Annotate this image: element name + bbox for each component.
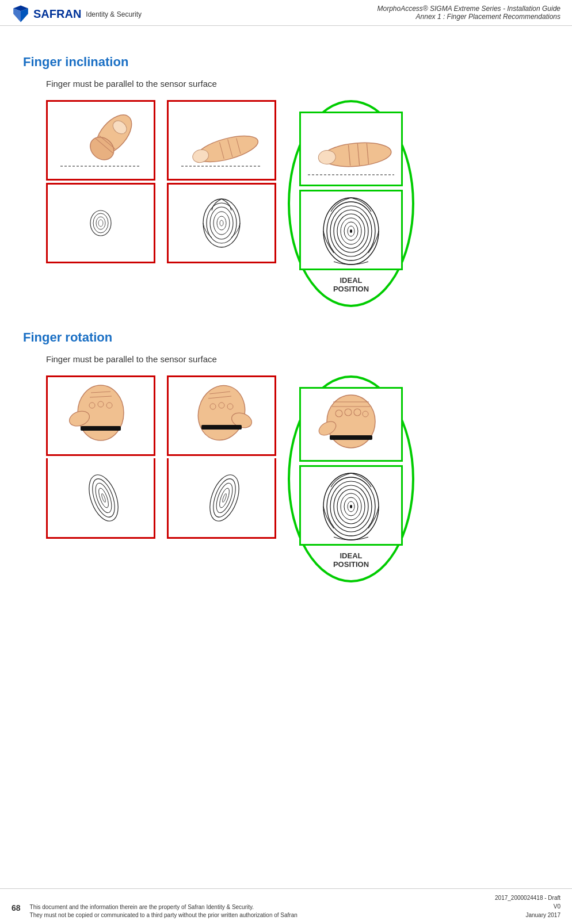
finger-inclination-subtitle: Finger must be parallel to the sensor su… (46, 79, 549, 89)
svg-point-20 (203, 199, 240, 247)
page-footer: 68 This document and the information the… (0, 888, 572, 924)
finger-ideal-svg (302, 117, 400, 181)
svg-point-62 (204, 471, 245, 525)
fist-ideal-svg (302, 390, 400, 459)
rotation-bad-1-bottom (46, 458, 155, 539)
rotation-ideal-bottom (299, 465, 403, 546)
footer-right: 2017_2000024418 - Draft V0 January 2017 (495, 894, 560, 919)
finger-rotation-title: Finger rotation (23, 330, 549, 345)
svg-point-53 (101, 493, 106, 502)
fist-rotated-left-svg (55, 378, 147, 453)
footer-left: 68 This document and the information the… (12, 903, 298, 919)
inclination-grid: IDEAL POSITION (46, 100, 549, 307)
finger-tilted-down-svg (55, 109, 147, 172)
header-subtitle: Identity & Security (86, 10, 142, 18)
svg-point-66 (222, 493, 227, 502)
svg-point-65 (218, 487, 231, 509)
svg-point-11 (93, 213, 108, 233)
fingerprint-rotated-left-svg (55, 461, 147, 535)
svg-point-84 (350, 505, 352, 508)
doc-title: MorphoAccess® SIGMA Extreme Series - Ins… (377, 5, 560, 13)
svg-point-54 (192, 380, 251, 445)
inclination-bad-2-top (167, 100, 276, 181)
finger-tilted-flat-svg (176, 109, 268, 172)
page-header: SAFRAN Identity & Security MorphoAccess®… (0, 0, 572, 26)
inclination-ideal-bottom (299, 190, 403, 270)
svg-rect-75 (330, 435, 372, 440)
fingerprint-rotated-right-svg (176, 461, 268, 535)
safran-logo: SAFRAN (12, 5, 81, 23)
finger-rotation-subtitle: Finger must be parallel to the sensor su… (46, 354, 549, 364)
fingerprint-small-svg (55, 186, 147, 260)
inclination-col-1 (46, 100, 155, 263)
svg-point-51 (92, 481, 115, 514)
svg-rect-61 (201, 425, 242, 430)
fist-rotated-right-svg (176, 378, 268, 453)
svg-point-52 (97, 487, 110, 509)
svg-point-25 (220, 220, 223, 226)
inclination-bad-2-bottom (167, 183, 276, 263)
header-left: SAFRAN Identity & Security (12, 5, 142, 23)
header-right: MorphoAccess® SIGMA Extreme Series - Ins… (377, 5, 560, 21)
svg-point-50 (88, 476, 119, 520)
rotation-bad-1-top (46, 375, 155, 456)
inclination-ideal-oval: IDEAL POSITION (288, 100, 414, 307)
safran-logo-icon (12, 5, 30, 23)
inclination-bad-1-top (46, 100, 155, 181)
main-content: Finger inclination Finger must be parall… (0, 26, 572, 600)
inclination-ideal-label: IDEAL POSITION (333, 276, 369, 293)
rotation-bad-2-bottom (167, 458, 276, 539)
inclination-ideal-col: IDEAL POSITION (288, 100, 414, 307)
inclination-bad-1-bottom (46, 183, 155, 263)
rotation-ideal-oval: IDEAL POSITION (288, 375, 414, 582)
svg-point-40 (350, 229, 352, 233)
svg-point-23 (213, 212, 230, 235)
finger-inclination-section: Finger inclination Finger must be parall… (23, 55, 549, 307)
footer-page-number: 68 (12, 903, 21, 913)
rotation-bad-2-top (167, 375, 276, 456)
fingerprint-ideal-svg (305, 193, 397, 267)
logo-text: SAFRAN (33, 7, 81, 21)
rotation-ideal-col: IDEAL POSITION (288, 375, 414, 582)
rotation-col-2 (167, 375, 276, 539)
svg-point-12 (96, 217, 105, 229)
footer-disclaimer: This document and the information therei… (30, 903, 298, 919)
rotation-grid: IDEAL POSITION (46, 375, 549, 582)
svg-point-64 (213, 481, 235, 514)
rotation-ideal-top (299, 387, 403, 462)
inclination-ideal-top (299, 112, 403, 186)
rotation-ideal-label: IDEAL POSITION (333, 551, 369, 569)
fingerprint-rotation-ideal-svg (305, 468, 397, 543)
finger-inclination-title: Finger inclination (23, 55, 549, 70)
svg-rect-48 (81, 426, 121, 431)
svg-point-24 (217, 216, 226, 230)
svg-point-63 (209, 476, 240, 520)
finger-rotation-section: Finger rotation Finger must be parallel … (23, 330, 549, 582)
svg-point-13 (98, 220, 103, 227)
rotation-col-1 (46, 375, 155, 539)
inclination-col-2 (167, 100, 276, 263)
fingerprint-medium-svg (176, 186, 268, 260)
annex-title: Annex 1 : Finger Placement Recommendatio… (377, 13, 560, 21)
svg-point-49 (83, 471, 124, 525)
svg-point-67 (327, 395, 375, 448)
